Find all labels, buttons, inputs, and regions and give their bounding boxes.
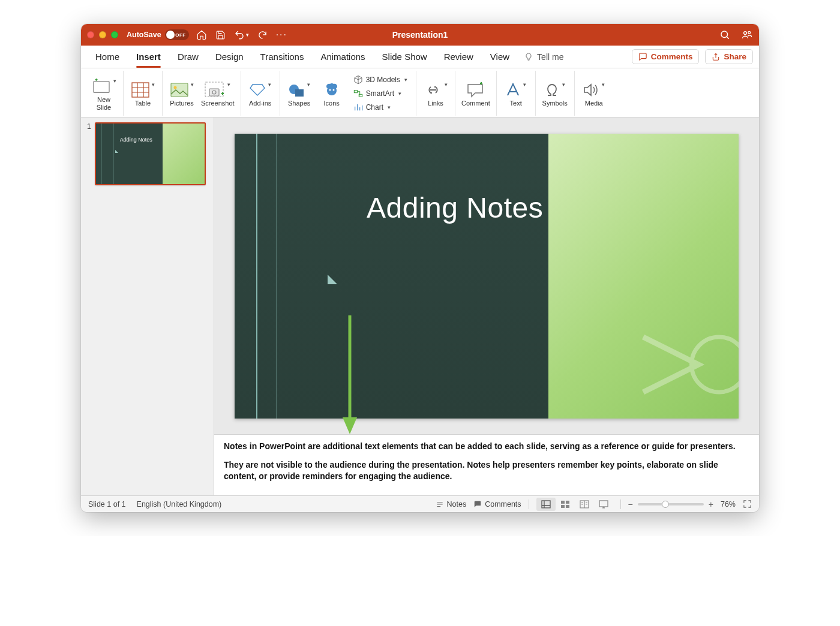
tab-transitions[interactable]: Transitions bbox=[252, 46, 313, 68]
document-title: Presentation1 bbox=[392, 30, 448, 40]
share-icon bbox=[712, 53, 720, 61]
slide-1: Adding Notes bbox=[235, 134, 739, 419]
home-icon[interactable] bbox=[196, 29, 207, 40]
ribbon-group-symbols: ▾ Symbols bbox=[536, 71, 575, 116]
chart-icon bbox=[353, 103, 363, 112]
tell-me-search[interactable]: Tell me bbox=[524, 52, 563, 62]
notes-toggle[interactable]: Notes bbox=[436, 500, 467, 508]
tab-home[interactable]: Home bbox=[87, 46, 128, 68]
quick-access-toolbar: ▾ ··· bbox=[196, 29, 287, 40]
comment-icon bbox=[638, 52, 647, 61]
zoom-window-button[interactable] bbox=[111, 31, 118, 38]
slide-title: Adding Notes bbox=[367, 191, 543, 224]
symbols-button[interactable]: ▾ Symbols bbox=[542, 79, 568, 107]
text-button[interactable]: ▾ Text bbox=[503, 79, 529, 107]
app-window: AutoSave OFF ▾ ··· Presentation1 bbox=[81, 24, 759, 512]
new-slide-button[interactable]: ▾ New Slide bbox=[91, 76, 117, 111]
tab-draw[interactable]: Draw bbox=[169, 46, 207, 68]
svg-point-13 bbox=[332, 89, 334, 91]
tab-review[interactable]: Review bbox=[436, 46, 482, 68]
svg-point-6 bbox=[173, 86, 176, 89]
svg-rect-4 bbox=[132, 83, 149, 97]
save-icon[interactable] bbox=[215, 30, 226, 40]
illustrations-stack: 3D Models▾ SmartArt▾ Chart▾ bbox=[351, 73, 410, 114]
zoom-slider[interactable] bbox=[638, 503, 704, 505]
addins-button[interactable]: ▾ Add-ins bbox=[247, 79, 274, 107]
autosave-control[interactable]: AutoSave OFF bbox=[127, 29, 189, 40]
ribbon-group-images: ▾ Pictures ▾ Screenshot bbox=[163, 71, 241, 116]
window-controls bbox=[87, 31, 118, 38]
editor-canvas: Adding Notes Notes in Power bbox=[214, 118, 759, 495]
zoom-in-button[interactable]: + bbox=[709, 499, 713, 509]
comment-icon bbox=[467, 82, 485, 98]
slide-sorter-view-button[interactable] bbox=[556, 498, 575, 511]
ribbon-group-links: ▾ Links bbox=[416, 71, 455, 116]
minimize-window-button[interactable] bbox=[99, 31, 106, 38]
screenshot-icon bbox=[205, 82, 225, 98]
table-icon bbox=[131, 82, 149, 98]
addins-icon bbox=[249, 82, 266, 98]
slide-counter: Slide 1 of 1 bbox=[88, 500, 126, 508]
tab-insert[interactable]: Insert bbox=[128, 46, 169, 68]
comment-button[interactable]: Comment bbox=[461, 79, 490, 107]
status-bar: Slide 1 of 1 English (United Kingdom) No… bbox=[81, 495, 759, 512]
media-button[interactable]: ▾ Media bbox=[581, 79, 607, 107]
ribbon-tabs: Home Insert Draw Design Transitions Anim… bbox=[81, 46, 759, 68]
links-button[interactable]: ▾ Links bbox=[422, 79, 449, 107]
pictures-icon bbox=[170, 83, 188, 97]
autosave-label: AutoSave bbox=[127, 31, 161, 39]
tab-design[interactable]: Design bbox=[207, 46, 252, 68]
share-button[interactable]: Share bbox=[705, 49, 753, 64]
links-icon bbox=[424, 83, 442, 97]
svg-rect-15 bbox=[359, 94, 362, 97]
svg-point-12 bbox=[329, 89, 331, 91]
shapes-button[interactable]: ▾ Shapes bbox=[286, 79, 313, 107]
tab-slide-show[interactable]: Slide Show bbox=[374, 46, 436, 68]
shapes-icon bbox=[288, 82, 305, 98]
table-button[interactable]: ▾ Table bbox=[130, 79, 156, 107]
slideshow-view-button[interactable] bbox=[594, 498, 613, 511]
notes-pane[interactable]: Notes in PowerPoint are additional text … bbox=[214, 434, 759, 495]
screenshot-button[interactable]: ▾ Screenshot bbox=[201, 79, 235, 107]
zoom-control: − + bbox=[628, 499, 713, 509]
omega-icon bbox=[544, 82, 560, 98]
svg-point-2 bbox=[748, 31, 751, 34]
icons-button[interactable]: Icons bbox=[319, 79, 345, 107]
thumbnail-number: 1 bbox=[87, 122, 91, 185]
comments-toggle[interactable]: Comments bbox=[473, 500, 521, 508]
slide-decor-triangle bbox=[328, 275, 337, 284]
svg-rect-3 bbox=[94, 82, 109, 93]
reading-view-button[interactable] bbox=[575, 498, 594, 511]
close-window-button[interactable] bbox=[87, 31, 94, 38]
search-icon[interactable] bbox=[719, 29, 730, 40]
ribbon-group-slides: ▾ New Slide bbox=[85, 71, 124, 116]
pictures-button[interactable]: ▾ Pictures bbox=[169, 79, 195, 107]
smartart-icon bbox=[353, 89, 363, 98]
chart-button[interactable]: Chart▾ bbox=[351, 101, 410, 114]
tab-view[interactable]: View bbox=[482, 46, 518, 68]
slide-thumbnail-1[interactable]: Adding Notes bbox=[95, 122, 206, 185]
redo-icon[interactable] bbox=[257, 30, 268, 40]
3d-models-button[interactable]: 3D Models▾ bbox=[351, 73, 410, 86]
ribbon-group-addins: ▾ Add-ins bbox=[241, 71, 280, 116]
fit-to-window-button[interactable] bbox=[743, 499, 752, 508]
ribbon-group-illustrations: ▾ Shapes Icons 3D Models▾ SmartArt▾ bbox=[280, 71, 416, 116]
undo-icon[interactable]: ▾ bbox=[234, 29, 249, 40]
smartart-button[interactable]: SmartArt▾ bbox=[351, 87, 410, 100]
share-people-icon[interactable] bbox=[741, 29, 753, 40]
language-indicator[interactable]: English (United Kingdom) bbox=[137, 500, 222, 508]
svg-rect-24 bbox=[599, 501, 608, 507]
svg-rect-14 bbox=[354, 90, 357, 92]
more-icon[interactable]: ··· bbox=[276, 29, 287, 40]
comments-button[interactable]: Comments bbox=[632, 49, 700, 64]
tab-animations[interactable]: Animations bbox=[312, 46, 373, 68]
normal-view-button[interactable] bbox=[536, 498, 556, 511]
ribbon-group-media: ▾ Media bbox=[575, 71, 613, 116]
slide-area[interactable]: Adding Notes bbox=[214, 118, 759, 434]
autosave-toggle[interactable]: OFF bbox=[165, 29, 189, 40]
ribbon-group-tables: ▾ Table bbox=[124, 71, 163, 116]
zoom-percent[interactable]: 76% bbox=[721, 500, 736, 508]
ribbon: ▾ New Slide ▾ Table ▾ Pictures bbox=[81, 68, 759, 118]
zoom-out-button[interactable]: − bbox=[628, 499, 633, 509]
svg-rect-11 bbox=[295, 89, 304, 97]
